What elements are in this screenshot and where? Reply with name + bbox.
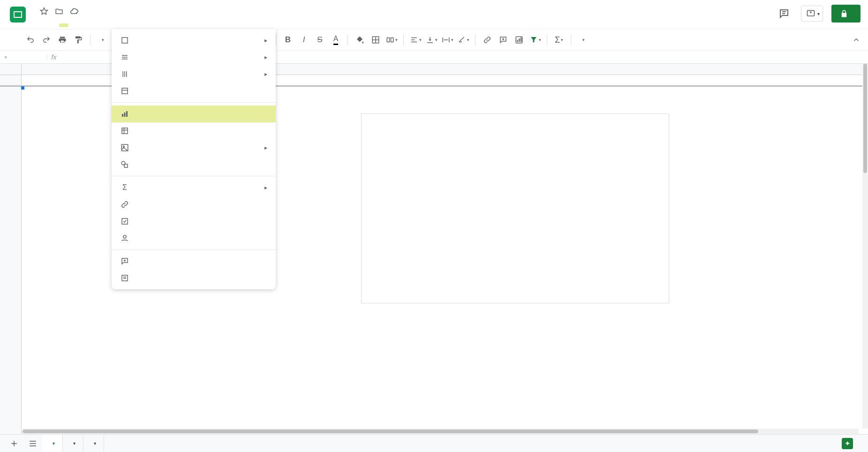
cloud-saved-icon[interactable] (69, 7, 79, 16)
svg-rect-39 (124, 164, 128, 167)
svg-rect-30 (122, 114, 123, 117)
fx-label: fx (47, 53, 61, 61)
menu-help[interactable] (111, 23, 120, 27)
svg-point-37 (123, 146, 124, 147)
svg-rect-3 (808, 10, 815, 16)
menu-file[interactable] (28, 23, 38, 27)
undo-icon[interactable] (23, 33, 38, 47)
svg-rect-18 (517, 40, 518, 42)
menu-insert[interactable] (59, 23, 68, 27)
insert-chart-icon[interactable] (512, 33, 526, 47)
strikethrough-icon[interactable]: S (313, 33, 327, 47)
svg-rect-33 (122, 128, 128, 134)
paint-format-icon[interactable] (71, 33, 85, 47)
svg-rect-8 (391, 38, 393, 42)
present-button[interactable]: ▾ (801, 6, 823, 22)
svg-point-41 (123, 235, 126, 238)
wrap-icon[interactable] (440, 33, 454, 47)
insert-function[interactable]: Σ▸ (112, 179, 276, 196)
sheets-logo[interactable] (8, 7, 28, 23)
chart-card[interactable] (361, 113, 669, 303)
row-header-1[interactable] (0, 75, 22, 85)
menu-view[interactable] (49, 23, 58, 27)
insert-image[interactable]: ▸ (112, 139, 276, 156)
insert-sheet[interactable] (112, 83, 276, 99)
menu-format[interactable] (69, 23, 79, 27)
functions-icon[interactable]: Σ (552, 33, 566, 47)
svg-rect-7 (387, 38, 389, 42)
comments-icon[interactable] (776, 5, 793, 22)
selected-cell[interactable] (22, 87, 23, 89)
print-icon[interactable] (55, 33, 69, 47)
insert-chart[interactable] (112, 105, 276, 122)
menu-tools[interactable] (90, 23, 99, 27)
halign-icon[interactable] (408, 33, 423, 47)
valign-icon[interactable] (424, 33, 438, 47)
zoom-select[interactable] (95, 33, 109, 47)
fill-handle[interactable] (21, 86, 24, 90)
insert-comment[interactable] (112, 253, 276, 270)
svg-rect-20 (521, 38, 521, 42)
fill-color-icon[interactable] (353, 33, 367, 47)
borders-icon[interactable] (369, 33, 383, 47)
svg-rect-19 (519, 38, 520, 42)
redo-icon[interactable] (39, 33, 53, 47)
insert-link[interactable] (112, 196, 276, 213)
comment-icon[interactable] (496, 33, 510, 47)
svg-marker-0 (41, 8, 48, 15)
all-sheets-icon[interactable] (23, 435, 42, 452)
last-edit-link[interactable] (121, 23, 130, 27)
share-button[interactable] (831, 5, 860, 23)
merge-cells-icon[interactable] (385, 33, 399, 47)
move-folder-icon[interactable] (54, 7, 64, 16)
filter-icon[interactable] (528, 33, 542, 47)
select-all-corner[interactable] (0, 64, 22, 75)
svg-rect-21 (122, 38, 128, 43)
insert-columns[interactable]: ▸ (112, 66, 276, 83)
rotate-icon[interactable] (456, 33, 470, 47)
insert-checkbox[interactable] (112, 213, 276, 230)
vertical-scrollbar[interactable] (862, 64, 868, 429)
svg-rect-40 (122, 218, 128, 224)
horizontal-scrollbar[interactable] (23, 429, 859, 434)
collapse-toolbar-icon[interactable] (849, 33, 863, 47)
menu-extensions[interactable] (100, 23, 110, 27)
insert-rows[interactable]: ▸ (112, 49, 276, 66)
insert-drawing[interactable] (112, 156, 276, 173)
insert-chip[interactable] (112, 230, 276, 247)
name-box[interactable] (0, 55, 47, 60)
menu-data[interactable] (80, 23, 89, 27)
py-button[interactable] (576, 33, 590, 47)
text-color-icon[interactable]: A (329, 33, 343, 47)
svg-rect-32 (126, 111, 128, 117)
explore-button[interactable]: ✦ (835, 438, 863, 449)
svg-rect-28 (122, 88, 128, 94)
add-sheet-icon[interactable] (5, 435, 23, 452)
svg-rect-31 (124, 113, 126, 117)
italic-icon[interactable]: I (297, 33, 311, 47)
sheet-tab-1[interactable]: ▾ (42, 435, 63, 452)
link-icon[interactable] (480, 33, 494, 47)
star-icon[interactable] (39, 7, 49, 16)
menu-edit[interactable] (38, 23, 48, 27)
sheet-tab-pivot2[interactable]: ▾ (63, 435, 83, 452)
insert-cells[interactable]: ▸ (112, 32, 276, 49)
sheet-tab-pivot1[interactable]: ▾ (83, 435, 104, 452)
insert-note[interactable] (112, 270, 276, 286)
bold-icon[interactable]: B (281, 33, 295, 47)
insert-pivot[interactable] (112, 122, 276, 139)
insert-menu-dropdown: ▸ ▸ ▸ ▸ Σ▸ (112, 29, 276, 289)
